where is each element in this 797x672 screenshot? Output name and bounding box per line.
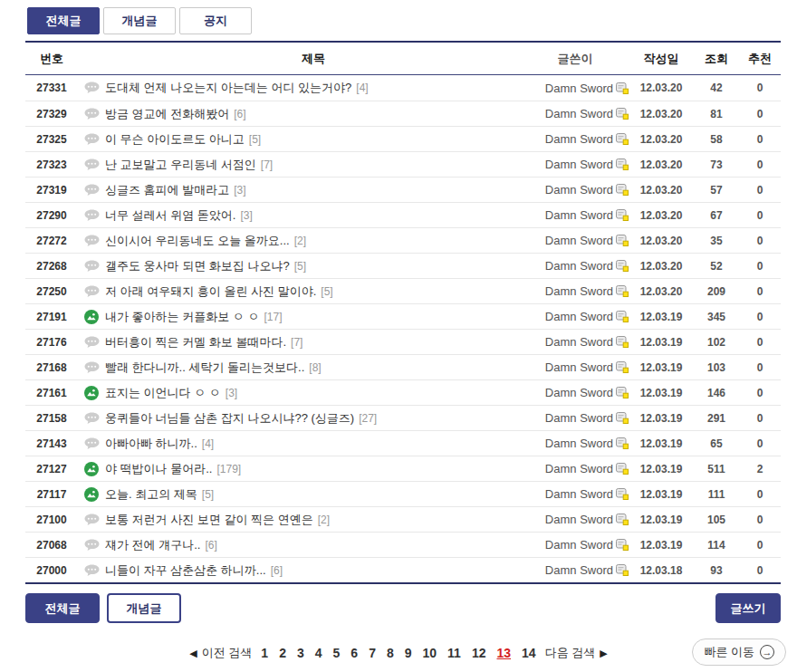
table-row: 27168빨래 한다니까.. 세탁기 돌리는것보다..[8]Damn Sword…	[25, 354, 781, 379]
post-date: 12.03.19	[629, 412, 694, 425]
page-number-6[interactable]: 6	[350, 646, 359, 660]
board-page: 전체글 개념글 공지 번호 제목 글쓴이 작성일 조회 추천 27331도대체 …	[0, 0, 797, 672]
prev-search-link[interactable]: ◀ 이전 검색	[189, 645, 252, 661]
post-author-link[interactable]: Damn Sword	[522, 487, 629, 501]
comment-icon	[78, 158, 105, 171]
post-title-link[interactable]: 아빠아빠 하니까..[4]	[105, 436, 522, 452]
comment-count: [5]	[321, 285, 332, 298]
post-author-link[interactable]: Damn Sword	[522, 462, 629, 475]
comment-count: [4]	[356, 82, 368, 94]
post-title-link[interactable]: 야 떡밥이나 물어라..[179]	[105, 461, 522, 477]
post-date: 12.03.20	[629, 235, 694, 247]
post-title-link[interactable]: 너무 설레서 위염 돋았어.[3]	[105, 207, 522, 224]
tab-concept-posts[interactable]: 개념글	[103, 7, 176, 34]
all-posts-button[interactable]: 전체글	[25, 593, 100, 623]
post-date: 12.03.19	[629, 463, 694, 475]
page-number-2[interactable]: 2	[278, 646, 287, 660]
post-title-link[interactable]: 빨래 한다니까.. 세탁기 돌리는것보다..[8]	[105, 360, 522, 376]
page-number-1[interactable]: 1	[260, 646, 269, 660]
post-title-link[interactable]: 쟤가 전에 걔구나..[6]	[105, 537, 522, 553]
gallog-icon	[616, 514, 629, 525]
tab-all-posts[interactable]: 전체글	[27, 7, 100, 34]
post-title-link[interactable]: 싱글즈 홈피에 발매라고[3]	[105, 182, 522, 198]
comment-count: [6]	[234, 108, 245, 120]
comment-count: [7]	[291, 336, 302, 349]
post-author-link[interactable]: Damn Sword	[522, 107, 629, 120]
post-title-link[interactable]: 표지는 이언니다 ㅇ ㅇ[3]	[105, 385, 522, 401]
post-views: 35	[694, 235, 739, 247]
post-date: 12.03.19	[629, 387, 694, 399]
post-views: 57	[694, 184, 739, 197]
post-title-link[interactable]: 버터흥이 찍은 커멜 화보 볼때마다.[7]	[105, 334, 522, 350]
page-number-12[interactable]: 12	[471, 646, 487, 660]
post-author-link[interactable]: Damn Sword	[522, 132, 629, 146]
page-number-4[interactable]: 4	[314, 646, 323, 660]
post-title-link[interactable]: 저 아래 여우돼지 흥이 올린 사진 말이야.[5]	[105, 283, 522, 300]
gallog-icon	[616, 235, 629, 246]
post-author-link[interactable]: Damn Sword	[522, 259, 629, 273]
page-number-11[interactable]: 11	[447, 646, 462, 660]
post-author-link[interactable]: Damn Sword	[522, 234, 629, 247]
post-author-link[interactable]: Damn Sword	[522, 82, 629, 95]
gallog-icon	[616, 184, 629, 196]
post-author-link[interactable]: Damn Sword	[522, 310, 629, 323]
comment-count: [8]	[309, 361, 321, 374]
post-author-link[interactable]: Damn Sword	[522, 284, 629, 298]
post-title-link[interactable]: 도대체 언제 나오는지 아는데는 어디 있는거야?[4]	[105, 80, 522, 96]
post-views: 67	[694, 209, 739, 222]
post-title-link[interactable]: 난 교보말고 우리동네 서점인[7]	[105, 157, 522, 173]
page-number-10[interactable]: 10	[422, 646, 438, 660]
table-row: 27290너무 설레서 위염 돋았어.[3]Damn Sword12.03.20…	[25, 202, 781, 227]
concept-posts-button[interactable]: 개념글	[107, 593, 181, 623]
post-title-link[interactable]: 니들이 자꾸 삼춘삼춘 하니까...[6]	[105, 562, 522, 579]
post-recommend: 0	[739, 488, 781, 501]
post-number: 27176	[25, 336, 78, 349]
post-recommend: 0	[739, 564, 781, 577]
post-author-link[interactable]: Damn Sword	[522, 538, 629, 552]
post-title-link[interactable]: 내가 좋아하는 커플화보 ㅇ ㅇ[17]	[105, 309, 522, 325]
header-recommend: 추천	[739, 51, 781, 67]
post-author-link[interactable]: Damn Sword	[522, 208, 629, 222]
header-number: 번호	[25, 51, 78, 67]
post-author-link[interactable]: Damn Sword	[522, 335, 629, 349]
page-number-3[interactable]: 3	[296, 646, 305, 660]
post-title-link[interactable]: 방금 영교에 전화해봤어[6]	[105, 106, 522, 122]
comment-icon	[78, 412, 105, 425]
post-author-link[interactable]: Damn Sword	[522, 386, 629, 399]
page-number-5[interactable]: 5	[332, 646, 341, 660]
post-title-link[interactable]: 웅퀴들아 너님들 삼촌 잡지 나오시냐?? (싱글즈)[27]	[105, 410, 522, 427]
tab-notice[interactable]: 공지	[179, 7, 252, 34]
post-recommend: 0	[739, 184, 781, 197]
table-row: 27161표지는 이언니다 ㅇ ㅇ[3]Damn Sword12.03.1914…	[25, 379, 781, 405]
table-row: 27331도대체 언제 나오는지 아는데는 어디 있는거야?[4]Damn Sw…	[25, 75, 781, 101]
post-author-link[interactable]: Damn Sword	[522, 513, 629, 526]
post-author-link[interactable]: Damn Sword	[522, 563, 629, 577]
page-number-7[interactable]: 7	[368, 646, 377, 660]
page-number-14[interactable]: 14	[521, 646, 537, 660]
table-row: 27143아빠아빠 하니까..[4]Damn Sword12.03.19650	[25, 430, 781, 456]
write-post-button[interactable]: 글쓰기	[715, 593, 781, 623]
post-title-link[interactable]: 오늘. 최고의 제목[5]	[105, 486, 522, 503]
post-number: 27331	[25, 82, 78, 94]
post-author-link[interactable]: Damn Sword	[522, 360, 629, 374]
post-author-link[interactable]: Damn Sword	[522, 437, 629, 450]
next-search-link[interactable]: 다음 검색 ▶	[545, 645, 608, 661]
post-title-link[interactable]: 이 무슨 아이도르도 아니고[5]	[105, 131, 522, 148]
post-title-link[interactable]: 갤주도 웅사마 되면 화보집 나오냐?[5]	[105, 258, 522, 274]
pagination-row: ◀ 이전 검색 1234567891011121314 다음 검색 ▶ 빠른 이…	[0, 638, 797, 667]
page-number-8[interactable]: 8	[386, 646, 395, 660]
comment-icon	[78, 285, 105, 298]
post-author-link[interactable]: Damn Sword	[522, 158, 629, 171]
post-views: 345	[694, 311, 739, 323]
quick-move-button[interactable]: 빠른 이동 →	[692, 638, 786, 666]
post-number: 27168	[25, 361, 78, 374]
post-number: 27323	[25, 158, 78, 171]
post-recommend: 0	[739, 260, 781, 273]
post-author-link[interactable]: Damn Sword	[522, 183, 629, 197]
comment-icon	[78, 514, 105, 526]
post-author-link[interactable]: Damn Sword	[522, 411, 629, 425]
page-number-9[interactable]: 9	[404, 646, 413, 660]
page-number-13[interactable]: 13	[495, 646, 512, 660]
post-title-link[interactable]: 보통 저런거 사진 보면 같이 찍은 연옌은[2]	[105, 512, 522, 528]
post-title-link[interactable]: 신이시어 우리동네도 오늘 올까요...[2]	[105, 233, 522, 249]
